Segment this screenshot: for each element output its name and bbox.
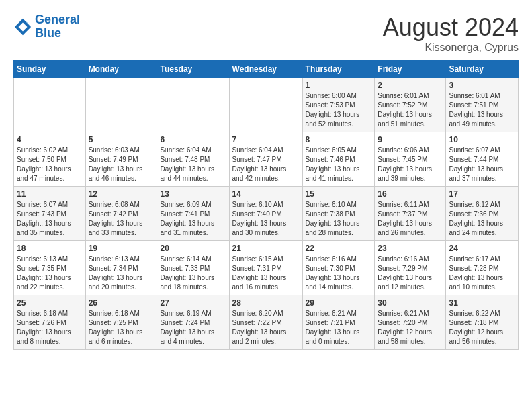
day-number: 8	[306, 135, 372, 144]
page: General Blue August 2024 Kissonerga, Cyp…	[0, 0, 532, 357]
table-row: 16Sunrise: 6:11 AM Sunset: 7:37 PM Dayli…	[375, 187, 446, 241]
day-info: Sunrise: 6:10 AM Sunset: 7:38 PM Dayligh…	[306, 200, 372, 238]
day-number: 16	[378, 189, 443, 199]
day-number: 14	[232, 189, 300, 199]
day-number: 28	[232, 298, 300, 308]
table-row: 12Sunrise: 6:08 AM Sunset: 7:42 PM Dayli…	[85, 187, 157, 241]
col-saturday: Saturday	[446, 61, 519, 78]
day-number: 12	[89, 189, 154, 199]
day-info: Sunrise: 6:21 AM Sunset: 7:21 PM Dayligh…	[306, 309, 372, 347]
day-info: Sunrise: 6:02 AM Sunset: 7:50 PM Dayligh…	[17, 146, 83, 183]
day-info: Sunrise: 6:15 AM Sunset: 7:31 PM Dayligh…	[232, 255, 300, 292]
day-number: 23	[378, 244, 443, 253]
day-number: 11	[17, 189, 83, 199]
table-row: 3Sunrise: 6:01 AM Sunset: 7:51 PM Daylig…	[446, 78, 519, 132]
table-row: 7Sunrise: 6:04 AM Sunset: 7:47 PM Daylig…	[229, 132, 302, 187]
calendar-week-row: 18Sunrise: 6:13 AM Sunset: 7:35 PM Dayli…	[14, 241, 519, 295]
table-row: 25Sunrise: 6:18 AM Sunset: 7:26 PM Dayli…	[14, 295, 86, 350]
calendar-week-row: 25Sunrise: 6:18 AM Sunset: 7:26 PM Dayli…	[14, 295, 519, 350]
title-block: August 2024 Kissonerga, Cyprus	[383, 13, 519, 54]
table-row: 9Sunrise: 6:06 AM Sunset: 7:45 PM Daylig…	[375, 132, 446, 187]
logo-blue: Blue	[35, 26, 61, 40]
logo-icon	[13, 17, 32, 36]
month-title: August 2024	[383, 13, 519, 42]
day-info: Sunrise: 6:17 AM Sunset: 7:28 PM Dayligh…	[449, 255, 515, 292]
table-row	[157, 78, 229, 132]
table-row: 26Sunrise: 6:18 AM Sunset: 7:25 PM Dayli…	[85, 295, 157, 350]
day-number: 25	[17, 298, 83, 308]
table-row: 11Sunrise: 6:07 AM Sunset: 7:43 PM Dayli…	[14, 187, 86, 241]
day-info: Sunrise: 6:18 AM Sunset: 7:26 PM Dayligh…	[17, 309, 83, 347]
day-info: Sunrise: 6:09 AM Sunset: 7:41 PM Dayligh…	[160, 200, 226, 238]
table-row: 21Sunrise: 6:15 AM Sunset: 7:31 PM Dayli…	[229, 241, 302, 295]
day-info: Sunrise: 6:20 AM Sunset: 7:22 PM Dayligh…	[232, 309, 300, 347]
day-number: 30	[378, 298, 443, 308]
logo: General Blue	[13, 13, 80, 40]
day-info: Sunrise: 6:11 AM Sunset: 7:37 PM Dayligh…	[378, 200, 443, 238]
day-info: Sunrise: 6:08 AM Sunset: 7:42 PM Dayligh…	[89, 200, 154, 238]
day-info: Sunrise: 6:03 AM Sunset: 7:49 PM Dayligh…	[89, 146, 154, 183]
table-row: 2Sunrise: 6:01 AM Sunset: 7:52 PM Daylig…	[375, 78, 446, 132]
day-info: Sunrise: 6:13 AM Sunset: 7:34 PM Dayligh…	[89, 255, 154, 292]
calendar-week-row: 4Sunrise: 6:02 AM Sunset: 7:50 PM Daylig…	[14, 132, 519, 187]
col-tuesday: Tuesday	[157, 61, 229, 78]
table-row: 8Sunrise: 6:05 AM Sunset: 7:46 PM Daylig…	[302, 132, 375, 187]
table-row: 23Sunrise: 6:16 AM Sunset: 7:29 PM Dayli…	[375, 241, 446, 295]
day-info: Sunrise: 6:21 AM Sunset: 7:20 PM Dayligh…	[378, 309, 443, 347]
table-row	[85, 78, 157, 132]
day-number: 4	[17, 135, 83, 144]
table-row: 1Sunrise: 6:00 AM Sunset: 7:53 PM Daylig…	[302, 78, 375, 132]
day-number: 13	[160, 189, 226, 199]
day-number: 17	[449, 189, 515, 199]
col-monday: Monday	[85, 61, 157, 78]
logo-general: General	[35, 13, 80, 26]
day-info: Sunrise: 6:14 AM Sunset: 7:33 PM Dayligh…	[160, 255, 226, 292]
day-number: 26	[89, 298, 154, 308]
table-row: 31Sunrise: 6:22 AM Sunset: 7:18 PM Dayli…	[446, 295, 519, 350]
header: General Blue August 2024 Kissonerga, Cyp…	[13, 13, 519, 54]
table-row: 4Sunrise: 6:02 AM Sunset: 7:50 PM Daylig…	[14, 132, 86, 187]
day-info: Sunrise: 6:06 AM Sunset: 7:45 PM Dayligh…	[378, 146, 443, 183]
day-info: Sunrise: 6:05 AM Sunset: 7:46 PM Dayligh…	[306, 146, 372, 183]
day-number: 29	[306, 298, 372, 308]
day-info: Sunrise: 6:01 AM Sunset: 7:51 PM Dayligh…	[449, 91, 515, 129]
table-row: 15Sunrise: 6:10 AM Sunset: 7:38 PM Dayli…	[302, 187, 375, 241]
day-number: 10	[449, 135, 515, 144]
day-number: 2	[378, 81, 443, 90]
day-number: 31	[449, 298, 515, 308]
day-number: 5	[89, 135, 154, 144]
table-row: 18Sunrise: 6:13 AM Sunset: 7:35 PM Dayli…	[14, 241, 86, 295]
day-number: 15	[306, 189, 372, 199]
day-info: Sunrise: 6:00 AM Sunset: 7:53 PM Dayligh…	[306, 91, 372, 129]
table-row: 29Sunrise: 6:21 AM Sunset: 7:21 PM Dayli…	[302, 295, 375, 350]
location: Kissonerga, Cyprus	[383, 42, 519, 54]
day-info: Sunrise: 6:07 AM Sunset: 7:43 PM Dayligh…	[17, 200, 83, 238]
day-number: 3	[449, 81, 515, 90]
day-number: 9	[378, 135, 443, 144]
table-row: 5Sunrise: 6:03 AM Sunset: 7:49 PM Daylig…	[85, 132, 157, 187]
day-number: 21	[232, 244, 300, 253]
day-info: Sunrise: 6:18 AM Sunset: 7:25 PM Dayligh…	[89, 309, 154, 347]
day-info: Sunrise: 6:04 AM Sunset: 7:47 PM Dayligh…	[232, 146, 300, 183]
day-info: Sunrise: 6:07 AM Sunset: 7:44 PM Dayligh…	[449, 146, 515, 183]
day-number: 24	[449, 244, 515, 253]
calendar-table: Sunday Monday Tuesday Wednesday Thursday…	[13, 60, 519, 350]
col-thursday: Thursday	[302, 61, 375, 78]
table-row: 10Sunrise: 6:07 AM Sunset: 7:44 PM Dayli…	[446, 132, 519, 187]
day-info: Sunrise: 6:16 AM Sunset: 7:30 PM Dayligh…	[306, 255, 372, 292]
table-row: 30Sunrise: 6:21 AM Sunset: 7:20 PM Dayli…	[375, 295, 446, 350]
table-row: 6Sunrise: 6:04 AM Sunset: 7:48 PM Daylig…	[157, 132, 229, 187]
table-row: 13Sunrise: 6:09 AM Sunset: 7:41 PM Dayli…	[157, 187, 229, 241]
day-info: Sunrise: 6:13 AM Sunset: 7:35 PM Dayligh…	[17, 255, 83, 292]
day-number: 1	[306, 81, 372, 90]
day-info: Sunrise: 6:10 AM Sunset: 7:40 PM Dayligh…	[232, 200, 300, 238]
day-info: Sunrise: 6:19 AM Sunset: 7:24 PM Dayligh…	[160, 309, 226, 347]
table-row	[229, 78, 302, 132]
day-number: 19	[89, 244, 154, 253]
calendar-week-row: 11Sunrise: 6:07 AM Sunset: 7:43 PM Dayli…	[14, 187, 519, 241]
table-row: 28Sunrise: 6:20 AM Sunset: 7:22 PM Dayli…	[229, 295, 302, 350]
day-number: 18	[17, 244, 83, 253]
day-info: Sunrise: 6:04 AM Sunset: 7:48 PM Dayligh…	[160, 146, 226, 183]
col-wednesday: Wednesday	[229, 61, 302, 78]
table-row: 17Sunrise: 6:12 AM Sunset: 7:36 PM Dayli…	[446, 187, 519, 241]
